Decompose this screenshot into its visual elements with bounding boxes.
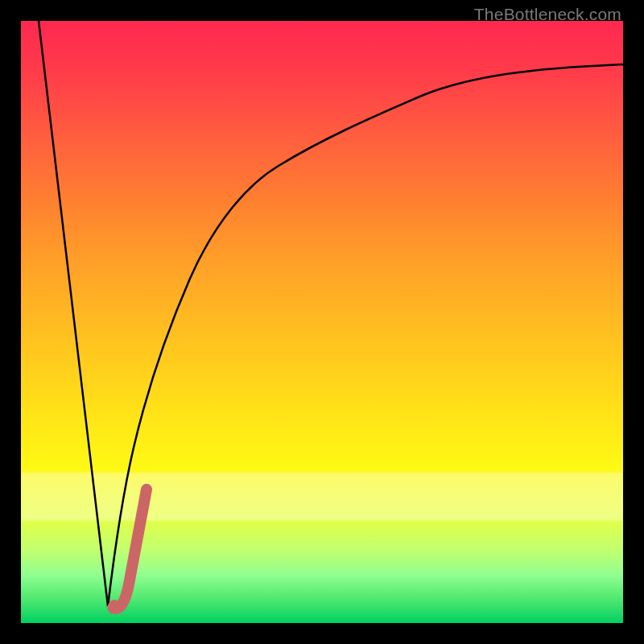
pink-accent-line — [113, 489, 147, 609]
main-curve-line — [108, 64, 623, 606]
watermark-text: TheBottleneck.com — [474, 5, 621, 24]
chart-area — [21, 21, 623, 623]
curve-layer — [21, 21, 623, 623]
left-descent-line — [39, 21, 108, 606]
